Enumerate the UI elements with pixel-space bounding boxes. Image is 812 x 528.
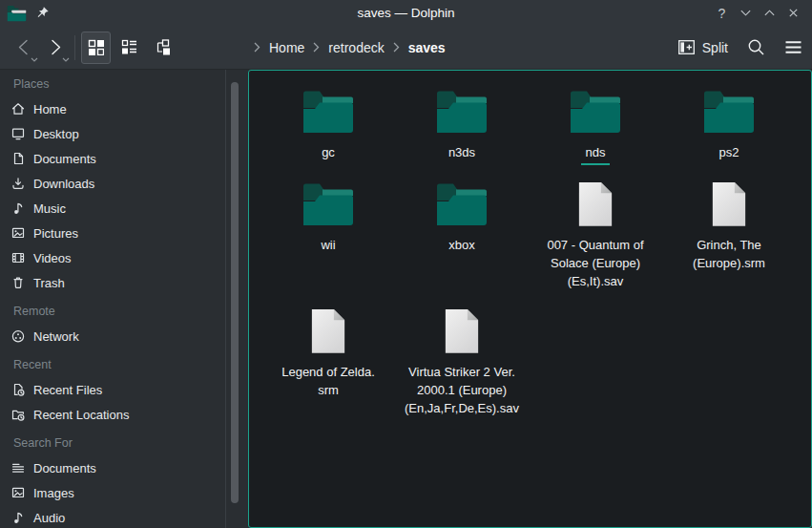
back-button[interactable]	[8, 31, 39, 65]
file-icon	[711, 181, 747, 227]
icons-view-button[interactable]	[81, 32, 111, 64]
picture-icon	[10, 225, 26, 241]
folder-icon	[703, 89, 755, 135]
item-label: n3ds	[448, 143, 475, 161]
sidebar-item-search-documents[interactable]: Documents	[0, 455, 225, 480]
hamburger-menu-icon[interactable]	[784, 40, 802, 54]
file-icon	[577, 181, 614, 227]
close-button[interactable]	[784, 4, 802, 22]
folder-icon	[436, 181, 488, 227]
item-label: wii	[321, 236, 335, 254]
sidebar-item-label: Network	[33, 329, 79, 344]
window-title: saves — Dolphin	[0, 6, 812, 20]
pin-icon[interactable]	[35, 6, 50, 20]
folder-wii[interactable]: wii	[261, 181, 395, 290]
maximize-button[interactable]	[760, 4, 779, 22]
trash-icon	[10, 275, 26, 290]
music-note-icon	[10, 201, 26, 216]
icon-grid: gc n3ds nds	[249, 71, 811, 417]
sidebar-item-music[interactable]: Music	[0, 196, 225, 221]
help-button[interactable]: ?	[713, 4, 731, 22]
sidebar-scrollbar-handle[interactable]	[231, 82, 239, 503]
recent-file-icon	[10, 382, 26, 397]
split-button[interactable]: Split	[678, 40, 728, 55]
download-icon	[10, 176, 26, 191]
sidebar-item-desktop[interactable]: Desktop	[0, 121, 225, 146]
item-label: Grinch, The (Europe).srm	[693, 236, 765, 272]
split-view-icon	[678, 40, 695, 54]
sidebar-item-trash[interactable]: Trash	[0, 270, 225, 295]
document-icon	[10, 151, 26, 166]
forward-dropdown-caret[interactable]	[62, 57, 70, 62]
section-header-remote: Remote	[0, 299, 225, 324]
sidebar-item-pictures[interactable]: Pictures	[0, 221, 225, 245]
file-grinch-the-europe-srm[interactable]: Grinch, The (Europe).srm	[662, 181, 796, 290]
sidebar-item-recent-locations[interactable]: Recent Locations	[0, 402, 225, 427]
sidebar-item-home[interactable]: Home	[0, 96, 225, 121]
sidebar-item-downloads[interactable]: Downloads	[0, 171, 225, 196]
item-label: Virtua Striker 2 Ver. 2000.1 (Europe) (E…	[405, 363, 519, 417]
folder-nds[interactable]: nds	[529, 89, 662, 163]
sidebar-item-label: Recent Locations	[33, 408, 129, 422]
sidebar-item-label: Music	[33, 201, 66, 216]
breadcrumb-saves[interactable]: saves	[408, 40, 446, 55]
sidebar-item-videos[interactable]: Videos	[0, 245, 225, 270]
folder-icon	[302, 89, 354, 135]
folder-ps2[interactable]: ps2	[662, 89, 796, 163]
section-header-places: Places	[0, 72, 225, 96]
folder-xbox[interactable]: xbox	[395, 181, 529, 290]
desktop-icon	[10, 126, 26, 141]
file-007-quantum-of-solace-sav[interactable]: 007 - Quantum of Solace (Europe) (Es,It)…	[529, 181, 662, 290]
item-label: gc	[322, 143, 335, 161]
sidebar-item-label: Desktop	[33, 127, 79, 141]
sidebar-item-label: Images	[33, 486, 74, 500]
forward-button[interactable]	[39, 31, 71, 65]
network-icon	[10, 328, 26, 344]
sidebar-scrollbar-track	[226, 70, 248, 528]
item-label: nds	[581, 143, 611, 163]
toolbar-separator	[74, 35, 75, 60]
sidebar-item-network[interactable]: Network	[0, 324, 225, 348]
split-button-label: Split	[702, 40, 728, 55]
sidebar-item-search-images[interactable]: Images	[0, 480, 225, 505]
folder-gc[interactable]: gc	[261, 89, 395, 163]
home-icon	[10, 101, 26, 116]
folder-n3ds[interactable]: n3ds	[395, 89, 529, 163]
item-label: 007 - Quantum of Solace (Europe) (Es,It)…	[547, 236, 643, 290]
text-lines-icon	[10, 460, 26, 475]
breadcrumb-home[interactable]: Home	[269, 40, 304, 55]
file-icon	[444, 308, 480, 354]
folder-icon	[302, 181, 354, 227]
sidebar-item-label: Downloads	[33, 177, 94, 191]
breadcrumb-chevron-icon	[254, 42, 260, 53]
section-header-recent: Recent	[0, 352, 225, 377]
file-legend-of-zelda-srm[interactable]: Legend of Zelda. srm	[261, 308, 395, 417]
section-header-search-for: Search For	[0, 431, 225, 455]
details-view-button[interactable]	[115, 32, 144, 64]
sidebar-item-label: Home	[33, 102, 67, 116]
sidebar-item-search-audio[interactable]: Audio	[0, 505, 225, 528]
breadcrumb-retrodeck[interactable]: retrodeck	[328, 40, 384, 55]
item-label: ps2	[719, 143, 739, 161]
window-folder-icon	[7, 5, 27, 22]
recent-folder-icon	[10, 407, 26, 422]
tree-view-button[interactable]	[148, 32, 177, 64]
search-icon[interactable]	[747, 38, 765, 56]
breadcrumb-chevron-icon	[393, 42, 400, 53]
item-label: xbox	[448, 236, 474, 254]
toolbar: Home retrodeck saves Split	[0, 26, 812, 70]
places-panel: Places Home Desktop Documents Downloads …	[0, 70, 226, 528]
music-note-icon	[10, 510, 26, 525]
sidebar-item-documents[interactable]: Documents	[0, 146, 225, 171]
file-virtua-striker-2-sav[interactable]: Virtua Striker 2 Ver. 2000.1 (Europe) (E…	[395, 308, 529, 417]
file-icon	[310, 308, 346, 354]
titlebar: saves — Dolphin ?	[0, 0, 812, 26]
back-dropdown-caret[interactable]	[31, 57, 38, 62]
picture-icon	[10, 485, 26, 500]
sidebar-item-recent-files[interactable]: Recent Files	[0, 377, 225, 402]
sidebar-item-label: Audio	[33, 511, 65, 525]
sidebar-item-label: Videos	[33, 251, 72, 265]
folder-view[interactable]: gc n3ds nds	[248, 70, 812, 528]
minimize-button[interactable]	[737, 4, 755, 22]
breadcrumb: Home retrodeck saves	[254, 40, 678, 55]
